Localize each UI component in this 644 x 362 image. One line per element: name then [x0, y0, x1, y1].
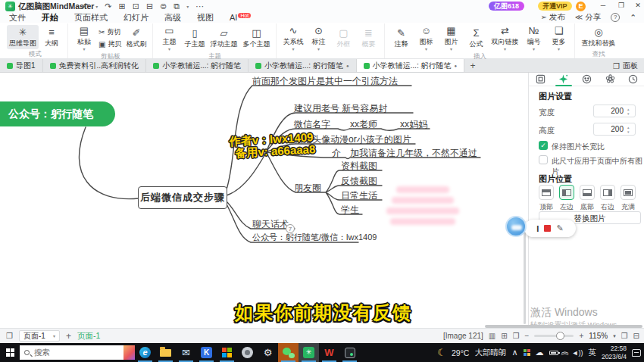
image-insert-button[interactable]: ▦图片▾	[439, 23, 463, 52]
node-central-topic[interactable]: 后端微信成交步骤	[138, 186, 227, 209]
comment-button[interactable]: ✎注释	[389, 26, 413, 50]
recorder-floating-ball[interactable]	[505, 216, 527, 237]
node-moments[interactable]: 朋友圈	[294, 182, 321, 195]
user-avatar[interactable]: E	[576, 2, 586, 11]
red-marker-swatch[interactable]	[544, 225, 551, 232]
taskbar-mail-icon[interactable]: ✉	[176, 343, 196, 362]
zoom-in-icon[interactable]: +	[579, 332, 583, 340]
new-tab-button[interactable]: +	[464, 59, 481, 72]
page-overview-icon[interactable]: ❐	[6, 332, 13, 340]
node-moments-daily[interactable]: 日常生活	[341, 189, 377, 202]
mindmap-mode-button[interactable]: ✳思维导图	[7, 25, 39, 49]
more-actions-icon[interactable]: ⋯	[195, 2, 204, 11]
bidirectional-link-button[interactable]: ⇄双向链接▾	[489, 23, 521, 52]
page-dropdown[interactable]: 页面-1▾	[19, 330, 60, 342]
publish-button[interactable]: ➢ 发布	[540, 12, 564, 23]
taskbar-clock[interactable]: 22:582023/6/4	[602, 345, 627, 360]
node-moments-student[interactable]: 学生	[341, 204, 359, 217]
text-cursor-icon[interactable]: I	[536, 224, 539, 233]
find-replace-button[interactable]: ◎查找和替换	[579, 25, 617, 49]
battery-icon[interactable]	[549, 351, 558, 355]
numbering-button[interactable]: №编号▾	[521, 23, 546, 52]
ime-indicator[interactable]: 英	[588, 348, 596, 358]
pagination-view-icon[interactable]: ▥	[489, 332, 496, 340]
speaker-icon[interactable]: ◄))	[572, 349, 583, 357]
theme-tab[interactable]	[600, 73, 620, 86]
save-doc-icon[interactable]: ⊟	[146, 2, 153, 11]
zoom-level[interactable]: 115%	[589, 332, 608, 340]
more-insert-button[interactable]: ❏更多▾	[546, 23, 571, 52]
taskbar-k-app-icon[interactable]: K	[196, 343, 217, 362]
zoom-slider-knob[interactable]	[556, 332, 564, 340]
horizontal-scrollbar[interactable]	[485, 325, 642, 328]
paste-button[interactable]: ▤粘贴▾	[72, 23, 96, 52]
split-view-icon[interactable]: ⊟	[633, 332, 639, 340]
doc-tab-4[interactable]: 小学教辅运...: 躬行随笔●	[249, 59, 357, 72]
panel-toggle-button[interactable]: ❐面板	[613, 59, 638, 73]
floating-topic-button[interactable]: ▱浮动主题	[208, 26, 239, 50]
position-right-button[interactable]	[600, 185, 615, 200]
print-icon[interactable]: ⊜	[160, 2, 167, 11]
format-tab[interactable]	[530, 73, 550, 86]
node-intro-note[interactable]: 加我请备注几年级，不然不通过	[350, 147, 477, 160]
mindmap-canvas[interactable]: 公众号：躬行随笔 后端微信成交步骤 前面那个发图片是其中一个引流方法 建议用老号…	[0, 73, 528, 328]
taskbar-gray-app-icon[interactable]	[237, 343, 258, 362]
network-icon[interactable]: ((	[561, 351, 569, 354]
grid-view-icon[interactable]: ⊞	[501, 332, 507, 340]
doc-tab-2[interactable]: 免费资料引..高利润转化	[43, 59, 147, 72]
collapse-ribbon-icon[interactable]: ⌃	[630, 13, 636, 22]
menu-file[interactable]: 文件	[8, 12, 27, 23]
node-moments-feedback[interactable]: 反馈截图	[341, 175, 377, 188]
position-top-button[interactable]	[539, 185, 554, 200]
width-stepper[interactable]: ▴▾	[627, 107, 630, 116]
undo-icon[interactable]: ↶	[82, 2, 89, 11]
zoom-out-icon[interactable]: −	[525, 332, 530, 340]
taskbar-recorder-icon[interactable]	[339, 343, 360, 362]
notification-center-icon[interactable]	[632, 349, 641, 357]
zoom-caret-icon[interactable]: ▾	[613, 333, 616, 339]
taskbar-wps-icon[interactable]: W	[319, 343, 339, 362]
keep-ratio-checkbox[interactable]: ✓	[539, 141, 548, 150]
node-chat-script[interactable]: 聊天话术	[252, 218, 289, 231]
start-button[interactable]	[0, 343, 20, 362]
style-tab[interactable]	[554, 73, 574, 86]
copy-button[interactable]: ▣拷贝	[98, 39, 121, 49]
menu-home[interactable]: 开始	[40, 12, 60, 23]
share-button[interactable]: ≪ 分享	[575, 12, 601, 23]
format-painter-button[interactable]: ✐格式刷	[123, 26, 148, 50]
node-top-note[interactable]: 前面那个发图片是其中一个引流方法	[252, 75, 398, 88]
fit-view-icon[interactable]: ❒	[513, 332, 520, 340]
screen-annotation-toolbar[interactable]: I ✎	[524, 220, 576, 237]
taskbar-edge-icon[interactable]: e	[135, 343, 155, 362]
menu-advanced[interactable]: 高级	[163, 12, 183, 23]
doc-tab-3[interactable]: 小学教辅运...: 躬行随笔	[146, 59, 249, 72]
relationship-button[interactable]: ∿关系线▾	[280, 23, 305, 52]
export-icon[interactable]: ⧉	[174, 2, 180, 11]
cloud-tray-icon[interactable]: ☁	[536, 348, 544, 357]
sticker-tab[interactable]	[577, 73, 596, 86]
undo-caret-icon[interactable]: ▾	[95, 4, 98, 9]
minimize-button[interactable]: ─	[596, 0, 611, 11]
node-official-account-pill[interactable]: 公众号：躬行随笔	[0, 101, 115, 126]
taskbar-store-icon[interactable]	[217, 343, 237, 362]
add-page-button[interactable]: +	[66, 331, 71, 342]
pen-icon[interactable]: ✎	[556, 223, 563, 233]
export-caret-icon[interactable]: ▾	[186, 4, 189, 9]
callout-button[interactable]: ⊙标注▾	[306, 23, 330, 52]
node-name-mother[interactable]: xx妈妈	[400, 118, 427, 131]
position-left-button[interactable]	[559, 185, 574, 200]
position-bottom-button[interactable]	[580, 185, 595, 200]
history-tab[interactable]	[624, 73, 643, 86]
cut-button[interactable]: ✂剪切	[98, 27, 121, 37]
zoom-slider[interactable]	[534, 335, 574, 337]
taskbar-explorer-icon[interactable]	[155, 343, 176, 362]
menu-slides[interactable]: 幻灯片	[122, 12, 150, 23]
node-advice[interactable]: 建议用老号 新号容易封	[294, 102, 387, 115]
taskbar-settings-icon[interactable]: ⚙	[258, 343, 278, 362]
node-name-teacher[interactable]: xx老师	[350, 118, 377, 131]
redo-icon[interactable]: ↷	[105, 2, 111, 11]
taskbar-wechat-icon[interactable]	[278, 343, 299, 362]
icon-insert-button[interactable]: ☺图标▾	[414, 23, 438, 52]
node-footer-account[interactable]: 公众号：躬行随笔/微信：lwx1409	[252, 232, 377, 243]
menu-view[interactable]: 视图	[195, 12, 215, 23]
